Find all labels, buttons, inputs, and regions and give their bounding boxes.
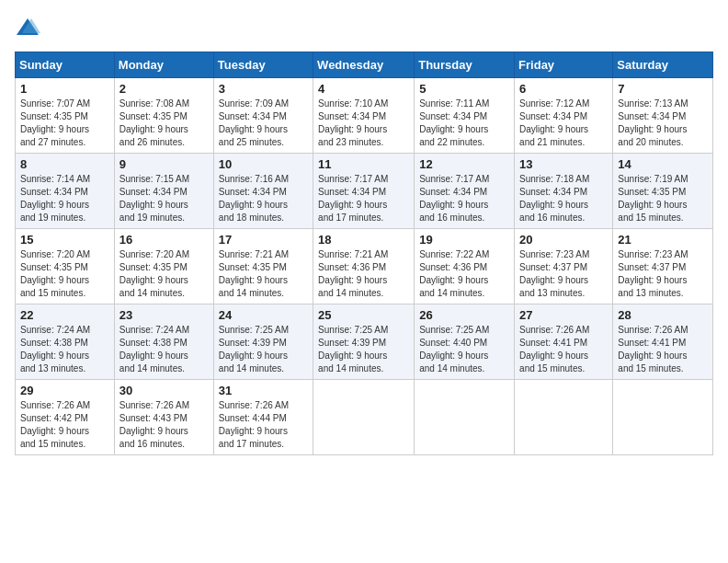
day-number: 23: [119, 308, 209, 322]
calendar-cell: 19Sunrise: 7:22 AM Sunset: 4:36 PM Dayli…: [415, 229, 515, 304]
day-info: Sunrise: 7:26 AM Sunset: 4:42 PM Dayligh…: [20, 399, 109, 451]
day-info: Sunrise: 7:09 AM Sunset: 4:34 PM Dayligh…: [219, 98, 308, 149]
calendar-cell: 4Sunrise: 7:10 AM Sunset: 4:34 PM Daylig…: [313, 78, 415, 154]
day-info: Sunrise: 7:18 AM Sunset: 4:34 PM Dayligh…: [519, 173, 608, 224]
day-info: Sunrise: 7:07 AM Sunset: 4:35 PM Dayligh…: [20, 98, 109, 149]
day-info: Sunrise: 7:15 AM Sunset: 4:34 PM Dayligh…: [119, 173, 209, 224]
calendar-cell: 29Sunrise: 7:26 AM Sunset: 4:42 PM Dayli…: [16, 380, 115, 455]
day-info: Sunrise: 7:24 AM Sunset: 4:38 PM Dayligh…: [119, 324, 209, 375]
calendar-cell: 20Sunrise: 7:23 AM Sunset: 4:37 PM Dayli…: [515, 229, 613, 304]
weekday-header: Saturday: [613, 52, 713, 78]
day-number: 10: [219, 157, 308, 171]
calendar-cell: 15Sunrise: 7:20 AM Sunset: 4:35 PM Dayli…: [16, 229, 115, 304]
calendar-cell: 16Sunrise: 7:20 AM Sunset: 4:35 PM Dayli…: [114, 229, 213, 304]
calendar-cell: [313, 380, 415, 455]
calendar-table: SundayMondayTuesdayWednesdayThursdayFrid…: [15, 52, 713, 455]
day-info: Sunrise: 7:26 AM Sunset: 4:43 PM Dayligh…: [119, 399, 209, 451]
day-info: Sunrise: 7:13 AM Sunset: 4:34 PM Dayligh…: [618, 98, 708, 149]
day-number: 3: [219, 82, 308, 96]
day-info: Sunrise: 7:16 AM Sunset: 4:34 PM Dayligh…: [219, 173, 308, 224]
day-info: Sunrise: 7:17 AM Sunset: 4:34 PM Dayligh…: [419, 173, 509, 224]
weekday-header: Monday: [114, 52, 213, 78]
calendar-cell: 26Sunrise: 7:25 AM Sunset: 4:40 PM Dayli…: [415, 304, 515, 380]
day-number: 5: [419, 82, 509, 96]
day-number: 1: [20, 82, 109, 96]
day-info: Sunrise: 7:23 AM Sunset: 4:37 PM Dayligh…: [519, 248, 608, 300]
day-info: Sunrise: 7:19 AM Sunset: 4:35 PM Dayligh…: [618, 173, 708, 224]
calendar-cell: 31Sunrise: 7:26 AM Sunset: 4:44 PM Dayli…: [213, 380, 313, 455]
day-info: Sunrise: 7:22 AM Sunset: 4:36 PM Dayligh…: [419, 248, 509, 300]
calendar-cell: 17Sunrise: 7:21 AM Sunset: 4:35 PM Dayli…: [213, 229, 313, 304]
day-number: 2: [119, 82, 209, 96]
calendar-cell: 22Sunrise: 7:24 AM Sunset: 4:38 PM Dayli…: [16, 304, 115, 380]
day-info: Sunrise: 7:25 AM Sunset: 4:39 PM Dayligh…: [318, 324, 409, 375]
calendar-cell: 21Sunrise: 7:23 AM Sunset: 4:37 PM Dayli…: [613, 229, 713, 304]
day-number: 22: [20, 308, 109, 322]
day-number: 11: [318, 157, 409, 171]
calendar-cell: 18Sunrise: 7:21 AM Sunset: 4:36 PM Dayli…: [313, 229, 415, 304]
day-number: 6: [519, 82, 608, 96]
day-info: Sunrise: 7:26 AM Sunset: 4:44 PM Dayligh…: [219, 399, 308, 451]
calendar-cell: [415, 380, 515, 455]
day-info: Sunrise: 7:17 AM Sunset: 4:34 PM Dayligh…: [318, 173, 409, 224]
calendar-week-row: 8Sunrise: 7:14 AM Sunset: 4:34 PM Daylig…: [16, 154, 713, 229]
day-number: 14: [618, 157, 708, 171]
calendar-cell: 9Sunrise: 7:15 AM Sunset: 4:34 PM Daylig…: [114, 154, 213, 229]
day-number: 12: [419, 157, 509, 171]
day-info: Sunrise: 7:21 AM Sunset: 4:36 PM Dayligh…: [318, 248, 409, 300]
day-number: 4: [318, 82, 409, 96]
weekday-header: Sunday: [16, 52, 115, 78]
calendar-cell: 28Sunrise: 7:26 AM Sunset: 4:41 PM Dayli…: [613, 304, 713, 380]
day-info: Sunrise: 7:21 AM Sunset: 4:35 PM Dayligh…: [219, 248, 308, 300]
day-number: 24: [219, 308, 308, 322]
calendar-cell: 11Sunrise: 7:17 AM Sunset: 4:34 PM Dayli…: [313, 154, 415, 229]
calendar-cell: 3Sunrise: 7:09 AM Sunset: 4:34 PM Daylig…: [213, 78, 313, 154]
day-number: 30: [119, 384, 209, 397]
calendar-cell: 25Sunrise: 7:25 AM Sunset: 4:39 PM Dayli…: [313, 304, 415, 380]
day-number: 18: [318, 233, 409, 247]
day-info: Sunrise: 7:14 AM Sunset: 4:34 PM Dayligh…: [20, 173, 109, 224]
day-number: 7: [618, 82, 708, 96]
day-number: 28: [618, 308, 708, 322]
day-number: 27: [519, 308, 608, 322]
day-number: 31: [219, 384, 308, 397]
calendar-cell: 24Sunrise: 7:25 AM Sunset: 4:39 PM Dayli…: [213, 304, 313, 380]
calendar-cell: 14Sunrise: 7:19 AM Sunset: 4:35 PM Dayli…: [613, 154, 713, 229]
day-number: 25: [318, 308, 409, 322]
day-info: Sunrise: 7:08 AM Sunset: 4:35 PM Dayligh…: [119, 98, 209, 149]
weekday-header: Thursday: [415, 52, 515, 78]
calendar-cell: 27Sunrise: 7:26 AM Sunset: 4:41 PM Dayli…: [515, 304, 613, 380]
day-number: 21: [618, 233, 708, 247]
calendar-cell: 8Sunrise: 7:14 AM Sunset: 4:34 PM Daylig…: [16, 154, 115, 229]
day-number: 9: [119, 157, 209, 171]
calendar-cell: 23Sunrise: 7:24 AM Sunset: 4:38 PM Dayli…: [114, 304, 213, 380]
calendar-cell: 10Sunrise: 7:16 AM Sunset: 4:34 PM Dayli…: [213, 154, 313, 229]
day-info: Sunrise: 7:10 AM Sunset: 4:34 PM Dayligh…: [318, 98, 409, 149]
calendar-cell: 5Sunrise: 7:11 AM Sunset: 4:34 PM Daylig…: [415, 78, 515, 154]
day-info: Sunrise: 7:25 AM Sunset: 4:40 PM Dayligh…: [419, 324, 509, 375]
day-info: Sunrise: 7:11 AM Sunset: 4:34 PM Dayligh…: [419, 98, 509, 149]
page-header: [15, 15, 713, 40]
weekday-header: Tuesday: [213, 52, 313, 78]
day-info: Sunrise: 7:24 AM Sunset: 4:38 PM Dayligh…: [20, 324, 109, 375]
day-number: 20: [519, 233, 608, 247]
day-info: Sunrise: 7:23 AM Sunset: 4:37 PM Dayligh…: [618, 248, 708, 300]
day-number: 17: [219, 233, 308, 247]
calendar-cell: 6Sunrise: 7:12 AM Sunset: 4:34 PM Daylig…: [515, 78, 613, 154]
day-number: 19: [419, 233, 509, 247]
calendar-week-row: 1Sunrise: 7:07 AM Sunset: 4:35 PM Daylig…: [16, 78, 713, 154]
weekday-header-row: SundayMondayTuesdayWednesdayThursdayFrid…: [16, 52, 713, 78]
day-info: Sunrise: 7:26 AM Sunset: 4:41 PM Dayligh…: [618, 324, 708, 375]
day-info: Sunrise: 7:12 AM Sunset: 4:34 PM Dayligh…: [519, 98, 608, 149]
weekday-header: Wednesday: [313, 52, 415, 78]
calendar-week-row: 29Sunrise: 7:26 AM Sunset: 4:42 PM Dayli…: [16, 380, 713, 455]
day-info: Sunrise: 7:25 AM Sunset: 4:39 PM Dayligh…: [219, 324, 308, 375]
weekday-header: Friday: [515, 52, 613, 78]
day-number: 15: [20, 233, 109, 247]
day-info: Sunrise: 7:26 AM Sunset: 4:41 PM Dayligh…: [519, 324, 608, 375]
calendar-cell: [613, 380, 713, 455]
calendar-cell: [515, 380, 613, 455]
day-number: 26: [419, 308, 509, 322]
day-number: 8: [20, 157, 109, 171]
calendar-cell: 12Sunrise: 7:17 AM Sunset: 4:34 PM Dayli…: [415, 154, 515, 229]
